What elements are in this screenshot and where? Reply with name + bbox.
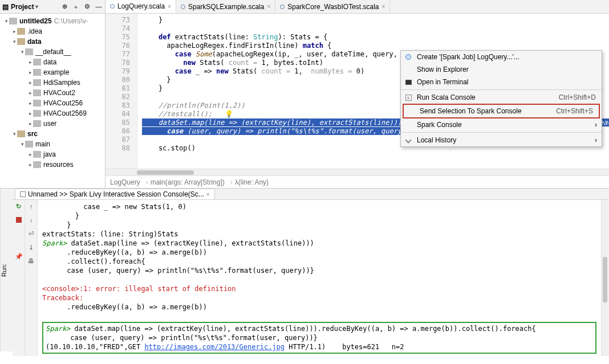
- code-line[interactable]: [142, 24, 609, 33]
- breadcrumb-item[interactable]: main(args: Array[String]): [144, 178, 225, 186]
- menu-item[interactable]: Spark Console: [401, 118, 602, 131]
- tree-item[interactable]: ▸example: [3, 67, 105, 77]
- scala-file-icon: [110, 4, 115, 9]
- hide-icon[interactable]: —: [95, 3, 103, 11]
- context-menu: Create '[Spark Job] LogQuery...'...Show …: [400, 50, 602, 147]
- console-result-box: Spark> dataSet.map(line => (extractKey(l…: [42, 322, 596, 354]
- scroll-icon[interactable]: ⤓: [27, 243, 35, 251]
- project-tree[interactable]: ▾ untitled25 C:\Users\v- ▸.idea▾data▾__d…: [0, 14, 105, 170]
- code-line[interactable]: }: [142, 16, 609, 24]
- chevron-down-icon[interactable]: ▾: [19, 49, 25, 55]
- close-icon[interactable]: ×: [382, 3, 385, 10]
- pin-icon[interactable]: 📌: [15, 252, 23, 260]
- stop-icon: [16, 217, 22, 223]
- chevron-right-icon[interactable]: ▸: [27, 121, 33, 126]
- tree-item[interactable]: ▾main: [3, 139, 105, 149]
- chevron-right-icon[interactable]: ▸: [27, 59, 33, 65]
- collapse-icon[interactable]: ⊕: [60, 3, 68, 11]
- scrollbar-thumb[interactable]: [137, 170, 194, 175]
- horizontal-scrollbar[interactable]: [105, 169, 609, 175]
- code-line[interactable]: apacheLogRegex.findFirstIn(line) match {: [142, 42, 609, 50]
- menu-item-label: Open in Terminal: [417, 78, 469, 86]
- code-line[interactable]: def extractStats(line: String): Stats = …: [142, 33, 609, 42]
- editor-tab[interactable]: LogQuery.scala×: [105, 0, 176, 13]
- chevron-down-icon[interactable]: ▾: [19, 141, 25, 147]
- chevron-right-icon[interactable]: ▸: [27, 152, 33, 157]
- tree-item-label: data: [43, 58, 56, 66]
- down-icon[interactable]: ↓: [27, 216, 35, 224]
- tree-item[interactable]: ▸HVACout2569: [3, 108, 105, 118]
- tree-item-label: HdiSamples: [43, 79, 80, 87]
- vertical-scrollbar[interactable]: [601, 200, 609, 356]
- chevron-down-icon[interactable]: ▾: [11, 39, 17, 44]
- tree-item[interactable]: ▸HVACout256: [3, 98, 105, 108]
- tree-item[interactable]: ▸data: [3, 57, 105, 67]
- chevron-right-icon[interactable]: ▸: [27, 80, 33, 85]
- line-number: 80: [105, 76, 130, 84]
- project-panel-title[interactable]: Project: [11, 3, 34, 11]
- chevron-down-icon[interactable]: ▾: [11, 131, 17, 137]
- console-line: .reduceByKey((a, b) => a.merge(b)): [42, 302, 596, 312]
- chevron-down-icon[interactable]: ▾: [3, 18, 9, 24]
- menu-item[interactable]: Show in Explorer: [401, 63, 602, 76]
- project-panel-header: ▤ Project ▾ ⊕ ÷ ⚙ —: [0, 0, 105, 14]
- tree-item[interactable]: ▾__default__: [3, 47, 105, 57]
- breadcrumb-item[interactable]: λ(line: Any): [228, 178, 269, 186]
- tree-item[interactable]: ▾src: [3, 129, 105, 139]
- line-number: 83: [105, 101, 130, 110]
- tree-item[interactable]: ▸resources: [3, 159, 105, 170]
- console-output[interactable]: case _ => new Stats(1, 0) } }extractStat…: [38, 200, 601, 356]
- editor-breadcrumbs[interactable]: LogQuerymain(args: Array[String])λ(line:…: [105, 175, 609, 188]
- close-icon[interactable]: ×: [206, 191, 210, 198]
- console-line: Traceback:: [42, 293, 596, 302]
- tree-item[interactable]: ▸java: [3, 149, 105, 159]
- breadcrumb-item[interactable]: LogQuery: [110, 178, 140, 186]
- url-link[interactable]: http://images.com/2013/Generic.jpg: [144, 343, 285, 351]
- wrap-icon[interactable]: ⏎: [27, 230, 35, 238]
- chevron-right-icon[interactable]: ▸: [27, 100, 33, 106]
- editor-tab[interactable]: SparkSQLExample.scala×: [176, 0, 275, 13]
- project-root-name[interactable]: untitled25: [19, 17, 52, 25]
- stop-button[interactable]: [15, 216, 23, 224]
- editor-tab[interactable]: SparkCore_WasbIOTest.scala×: [275, 0, 390, 13]
- menu-item[interactable]: Send Selection To Spark ConsoleCtrl+Shif…: [404, 105, 599, 117]
- print-icon[interactable]: 🖶: [27, 257, 35, 265]
- menu-shortcut: Ctrl+Shift+S: [556, 107, 593, 115]
- history-icon: [404, 136, 412, 144]
- chevron-right-icon[interactable]: ▸: [27, 162, 33, 167]
- tab-label: LogQuery.scala: [117, 2, 165, 10]
- menu-item[interactable]: Open in Terminal: [401, 76, 602, 88]
- run-panel-label[interactable]: Run:: [0, 189, 13, 351]
- tree-item[interactable]: ▾data: [3, 36, 105, 47]
- chevron-right-icon[interactable]: ▸: [27, 111, 33, 116]
- close-icon[interactable]: ×: [267, 3, 270, 10]
- tree-item-label: HVACout2569: [43, 109, 87, 117]
- project-panel: ▤ Project ▾ ⊕ ÷ ⚙ — ▾ untitled25 C:\User…: [0, 0, 105, 188]
- chevron-right-icon[interactable]: ▸: [27, 69, 33, 75]
- folder-icon: [17, 130, 25, 137]
- tree-item[interactable]: ▸user: [3, 118, 105, 129]
- up-icon[interactable]: ↑: [27, 202, 35, 210]
- chevron-down-icon[interactable]: ▾: [35, 3, 38, 10]
- line-number: 75: [105, 33, 130, 42]
- tree-item-label: main: [35, 140, 50, 148]
- chevron-right-icon[interactable]: ▸: [27, 90, 33, 96]
- gear-icon[interactable]: ⚙: [83, 3, 91, 11]
- line-number: 86: [105, 127, 130, 136]
- tree-item[interactable]: ▸.idea: [3, 26, 105, 36]
- run-tab-active[interactable]: Unnamed >> Spark Livy Interactive Sessio…: [15, 189, 215, 199]
- chevron-right-icon[interactable]: ▸: [11, 28, 17, 34]
- tree-item[interactable]: ▸HdiSamples: [3, 77, 105, 88]
- tree-item-label: .idea: [27, 27, 42, 35]
- menu-item[interactable]: Create '[Spark Job] LogQuery...'...: [401, 51, 602, 63]
- rerun-icon[interactable]: ↻: [15, 202, 23, 210]
- divide-icon[interactable]: ÷: [72, 3, 80, 11]
- folder-icon: [33, 69, 41, 76]
- tree-item[interactable]: ▸HVACout2: [3, 88, 105, 98]
- menu-item[interactable]: sRun Scala ConsoleCtrl+Shift+D: [401, 91, 602, 104]
- menu-item[interactable]: Local History: [401, 134, 602, 146]
- scrollbar-thumb[interactable]: [603, 257, 607, 302]
- console-line: case (user, query) => println("%s\t%s".f…: [42, 266, 596, 275]
- close-icon[interactable]: ×: [168, 3, 171, 10]
- line-number: 82: [105, 93, 130, 101]
